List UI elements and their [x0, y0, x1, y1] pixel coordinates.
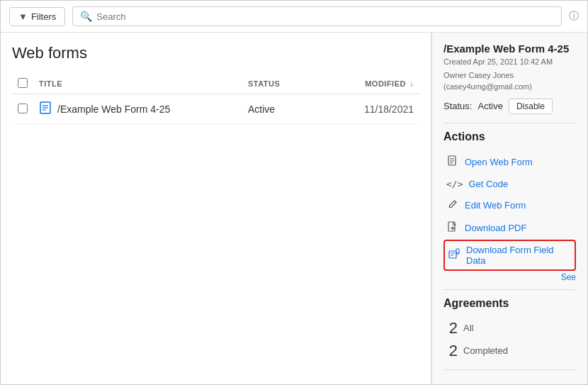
action-open-web-form[interactable]: Open Web Form — [443, 150, 576, 174]
filter-button[interactable]: ▼ Filters — [9, 7, 65, 26]
agreements-all-item[interactable]: 2 All — [443, 317, 576, 340]
table-header-row: Title Status Modified ↓ — [12, 74, 419, 94]
right-panel: /Example Web Form 4-25 Created Apr 25, 2… — [431, 33, 587, 384]
agreements-title: Agreements — [443, 297, 576, 310]
activity-row[interactable]: ▶ Activity — [443, 377, 576, 385]
disable-button[interactable]: Disable — [509, 99, 553, 114]
agreements-completed-count: 2 — [443, 342, 458, 360]
search-input[interactable] — [96, 11, 554, 22]
activity-chevron-icon: ▶ — [443, 384, 449, 385]
action-form-field-label: Download Form Field Data — [466, 245, 572, 266]
divider-1 — [443, 123, 576, 123]
agreements-all-label: All — [463, 323, 473, 333]
activity-label: Activity — [453, 383, 482, 385]
search-box: 🔍 — [72, 6, 562, 26]
row-modified: 11/18/2021 — [364, 104, 414, 115]
action-open-label: Open Web Form — [465, 157, 533, 167]
panel-created: Created Apr 25, 2021 10:42 AM — [443, 56, 576, 68]
action-download-form-field-data[interactable]: Download Form Field Data — [443, 240, 576, 271]
row-status: Active — [248, 104, 275, 115]
action-download-pdf[interactable]: Download PDF — [443, 216, 576, 240]
col-modified-header[interactable]: Modified ↓ — [327, 74, 419, 94]
web-forms-table: Title Status Modified ↓ — [12, 74, 419, 125]
status-label: Status: — [443, 101, 472, 111]
action-get-code[interactable]: </> Get Code — [443, 174, 576, 194]
row-status-cell: Active — [242, 94, 327, 125]
panel-form-title: /Example Web Form 4-25 — [443, 43, 576, 55]
action-edit-label: Edit Web Form — [465, 200, 526, 211]
toolbar: ▼ Filters 🔍 ⓘ — [1, 1, 587, 33]
agreements-section: Agreements 2 All 2 Completed — [443, 297, 576, 362]
col-checkbox-header — [12, 74, 33, 94]
agreements-completed-item[interactable]: 2 Completed — [443, 340, 576, 362]
main-content: Web forms Title Status M — [1, 33, 587, 384]
search-icon: 🔍 — [80, 11, 92, 22]
table-row[interactable]: /Example Web Form 4-25 Active 11/18/2021 — [12, 94, 419, 125]
col-title-header: Title — [33, 74, 242, 94]
get-code-icon: </> — [446, 179, 463, 189]
action-pdf-label: Download PDF — [465, 223, 526, 233]
download-form-field-icon — [448, 248, 460, 262]
download-pdf-icon — [446, 221, 459, 235]
select-all-checkbox[interactable] — [18, 78, 28, 88]
info-icon[interactable]: ⓘ — [569, 10, 579, 23]
status-row: Status: Active Disable — [443, 99, 576, 114]
divider-2 — [443, 289, 576, 290]
see-more-link[interactable]: See — [443, 272, 576, 282]
web-form-icon — [39, 101, 52, 117]
status-value: Active — [477, 101, 502, 111]
action-edit-web-form[interactable]: Edit Web Form — [443, 194, 576, 216]
row-checkbox[interactable] — [18, 104, 28, 113]
agreements-all-count: 2 — [443, 319, 458, 337]
left-panel: Web forms Title Status M — [1, 33, 431, 384]
action-code-label: Get Code — [468, 179, 508, 189]
divider-3 — [443, 369, 576, 370]
row-title: /Example Web Form 4-25 — [57, 104, 170, 115]
col-status-header: Status — [242, 74, 327, 94]
edit-icon — [446, 199, 459, 211]
agreements-completed-label: Completed — [463, 345, 508, 356]
open-web-form-icon — [446, 155, 459, 169]
app-container: ▼ Filters 🔍 ⓘ Web forms Title — [0, 0, 588, 385]
row-modified-cell: 11/18/2021 — [327, 94, 419, 125]
panel-owner: Owner Casey Jones (casey4umg@gmail.com) — [443, 69, 576, 93]
filter-label: Filters — [31, 11, 56, 22]
page-title: Web forms — [12, 44, 419, 62]
row-title-cell: /Example Web Form 4-25 — [33, 94, 242, 125]
filter-icon: ▼ — [18, 11, 28, 22]
row-checkbox-cell — [12, 94, 33, 125]
actions-title: Actions — [443, 130, 576, 143]
svg-rect-8 — [448, 222, 455, 231]
sort-icon: ↓ — [410, 80, 414, 88]
svg-rect-10 — [449, 251, 456, 258]
